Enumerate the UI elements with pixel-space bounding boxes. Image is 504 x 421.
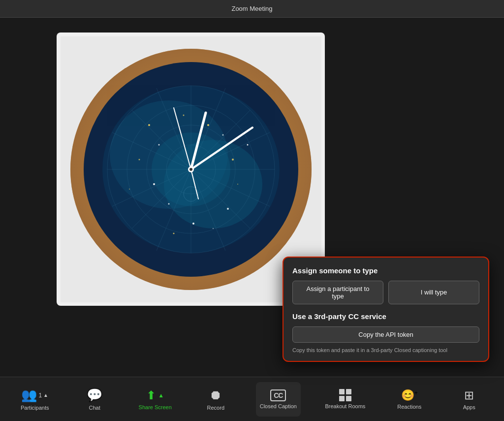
- svg-point-10: [138, 159, 140, 160]
- closed-caption-label: Closed Caption: [260, 403, 297, 409]
- toolbar-participants[interactable]: 👥 1 ▲ Participants: [15, 382, 55, 417]
- apps-label: Apps: [463, 404, 475, 410]
- toolbar-closed-caption[interactable]: CC Closed Caption: [256, 382, 301, 417]
- svg-point-23: [213, 228, 214, 229]
- toolbar: 👥 1 ▲ Participants 💬 Chat ⬆ ▲ Share Scre…: [0, 377, 504, 421]
- svg-point-19: [227, 208, 229, 210]
- svg-point-8: [148, 124, 150, 126]
- assign-section-title: Assign someone to type: [292, 266, 479, 275]
- toolbar-reactions[interactable]: 😊+ Reactions: [390, 382, 429, 417]
- reactions-icon: 😊+: [401, 389, 418, 402]
- participants-chevron-icon: ▲: [43, 392, 48, 398]
- record-label: Record: [207, 405, 224, 411]
- apps-icon: ⊞: [464, 389, 474, 402]
- title-bar: Zoom Meeting: [0, 0, 504, 18]
- svg-point-18: [237, 184, 238, 185]
- toolbar-chat[interactable]: 💬 Chat: [75, 382, 114, 417]
- assign-buttons-row: Assign a participant to type I will type: [292, 281, 479, 304]
- reactions-label: Reactions: [397, 404, 421, 410]
- toolbar-breakout-rooms[interactable]: Breakout Rooms: [321, 382, 369, 417]
- breakout-rooms-label: Breakout Rooms: [325, 403, 365, 409]
- thirdparty-section-title: Use a 3rd-party CC service: [292, 312, 479, 321]
- svg-point-9: [158, 144, 159, 145]
- participants-icon-row: 👥 1 ▲: [21, 388, 48, 403]
- clock-image: [61, 36, 321, 302]
- svg-point-21: [192, 223, 194, 225]
- closed-caption-popup: Assign someone to type Assign a particip…: [283, 257, 489, 362]
- api-hint-text: Copy this token and paste it in a 3rd-pa…: [292, 347, 479, 354]
- share-screen-icon-row: ⬆ ▲: [146, 389, 164, 402]
- i-will-type-button[interactable]: I will type: [388, 281, 479, 304]
- closed-caption-icon: CC: [270, 389, 286, 401]
- svg-point-12: [129, 189, 130, 190]
- window-title: Zoom Meeting: [231, 5, 272, 12]
- svg-point-14: [207, 124, 209, 126]
- svg-point-15: [222, 134, 223, 135]
- copy-api-token-button[interactable]: Copy the API token: [292, 326, 479, 343]
- toolbar-record[interactable]: ⏺ Record: [196, 382, 235, 417]
- svg-point-11: [153, 183, 155, 185]
- participants-count: 1: [38, 392, 42, 399]
- toolbar-share-screen[interactable]: ⬆ ▲ Share Screen: [135, 382, 176, 417]
- svg-point-17: [247, 144, 248, 145]
- assign-participant-button[interactable]: Assign a participant to type: [292, 281, 383, 304]
- svg-point-22: [173, 232, 174, 234]
- chat-label: Chat: [89, 405, 100, 411]
- participants-label: Participants: [21, 405, 49, 411]
- svg-point-20: [183, 114, 184, 116]
- share-screen-chevron-icon: ▲: [158, 392, 164, 399]
- breakout-rooms-icon: [339, 389, 351, 401]
- share-screen-label: Share Screen: [139, 404, 172, 410]
- chat-icon: 💬: [87, 388, 102, 403]
- svg-point-13: [168, 203, 169, 204]
- svg-point-41: [189, 168, 192, 171]
- svg-point-16: [232, 159, 234, 161]
- record-icon: ⏺: [209, 388, 222, 403]
- share-screen-icon: ⬆: [146, 389, 156, 402]
- participants-icon: 👥: [21, 388, 37, 403]
- toolbar-apps[interactable]: ⊞ Apps: [449, 382, 489, 417]
- main-content: Assign someone to type Assign a particip…: [0, 18, 504, 377]
